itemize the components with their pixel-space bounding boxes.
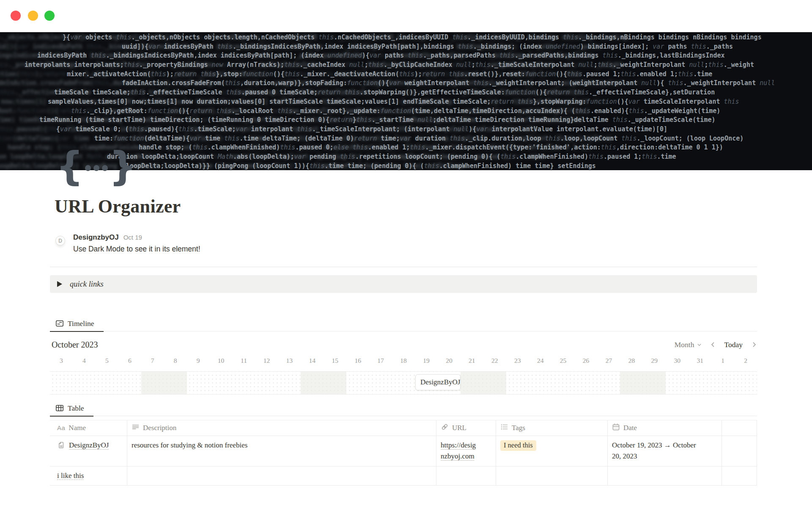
timeline-day-label: 5 <box>96 357 118 364</box>
table-cell-url[interactable] <box>436 467 496 485</box>
timeline-scale-select[interactable]: Month <box>675 340 702 349</box>
code-line: timeRunning (time startTime) timeDirecti… <box>0 116 812 125</box>
database-table: AaName Description URL Tags Date Designz… <box>50 420 757 486</box>
url-link[interactable]: https://designzbyoj.com <box>441 440 478 462</box>
table-column-header-extra <box>722 420 757 436</box>
table-cell-date[interactable] <box>608 467 722 485</box>
timeline-day-label: 27 <box>598 357 620 364</box>
page-icon <box>57 440 65 453</box>
timeline-day-label: 20 <box>438 357 461 364</box>
timeline-weekend-band <box>141 372 187 394</box>
timeline-day-label: 15 <box>324 357 346 364</box>
tab-table[interactable]: Table <box>50 400 93 417</box>
timeline-weekend-band <box>301 372 346 394</box>
table-cell-description[interactable]: resources for studying & notion freebies <box>127 436 436 466</box>
timeline-scale-label: Month <box>675 340 694 349</box>
code-line: timeScale timeScale;this._effectiveTimeS… <box>0 88 812 97</box>
timeline-day-label: 1 <box>711 357 734 364</box>
timeline-day-label: 23 <box>506 357 529 364</box>
timeline-weekend-band <box>461 372 506 394</box>
table-view-icon <box>55 404 64 412</box>
timeline-day-label: 11 <box>233 357 255 364</box>
timeline-day-label: 22 <box>483 357 506 364</box>
timeline-today-button[interactable]: Today <box>724 340 743 349</box>
table-cell-name[interactable]: DesignzByOJ <box>50 436 127 466</box>
timeline-day-label: 31 <box>689 357 711 364</box>
timeline-day-label: 14 <box>301 357 324 364</box>
type-icon: Aa <box>57 424 65 432</box>
table-cell-name[interactable]: i like this <box>50 467 127 485</box>
timeline-day-label: 26 <box>575 357 598 364</box>
timeline-item-label: DesignzByOJ <box>420 378 460 387</box>
chevron-right-icon <box>751 341 757 348</box>
table-column-header-date[interactable]: Date <box>608 420 722 436</box>
table-cell-description[interactable] <box>127 467 436 485</box>
timeline-day-label: 6 <box>118 357 141 364</box>
right-brace-glyph: } <box>109 150 137 184</box>
timeline-day-label: 2 <box>734 357 757 364</box>
timeline-view-icon <box>55 319 64 328</box>
text-icon <box>132 423 140 433</box>
code-line: this._clip},getRoot:function(){return th… <box>0 107 812 116</box>
table-cell-tags[interactable]: I need this <box>496 436 608 466</box>
timeline-month-title: October 2023 <box>52 340 98 350</box>
table-cell-url[interactable]: https://designzbyoj.com <box>436 436 496 466</box>
timeline-day-label: 17 <box>369 357 392 364</box>
timeline-day-label: 19 <box>415 357 438 364</box>
code-line: time:function(deltaTime){var time this.t… <box>0 134 812 144</box>
column-label: Description <box>143 424 176 432</box>
ellipsis-dot <box>93 165 99 171</box>
table-column-header-name[interactable]: AaName <box>50 420 127 436</box>
left-brace-glyph: { <box>56 150 84 184</box>
timeline-day-label: 7 <box>141 357 164 364</box>
timeline-day-label: 25 <box>552 357 575 364</box>
toggle-label: quick links <box>70 280 104 289</box>
timeline-day-label: 3 <box>50 357 73 364</box>
window-close-button[interactable] <box>11 11 21 21</box>
toggle-arrow-icon[interactable] <box>57 281 62 287</box>
quick-links-toggle[interactable]: quick links <box>50 275 757 293</box>
code-line: uuid]){var indicesByPath this._bindingsI… <box>0 42 812 52</box>
table-view-tabs: Table <box>50 400 757 416</box>
page-title[interactable]: URL Organizer <box>55 196 181 217</box>
timeline-body: DesignzByOJ <box>50 371 757 395</box>
page-link[interactable]: i like this <box>57 470 84 481</box>
comment-block[interactable]: D DesignzbyOJ Oct 19 Use Dark Mode to se… <box>55 233 200 254</box>
timeline-day-label: 18 <box>392 357 415 364</box>
column-label: URL <box>452 424 466 432</box>
window-zoom-button[interactable] <box>44 11 55 21</box>
comment-date: Oct 19 <box>123 234 142 241</box>
timeline-day-label: 16 <box>346 357 369 364</box>
timeline-item-card[interactable]: DesignzByOJ <box>415 374 461 390</box>
table-header-row: AaName Description URL Tags Date <box>50 420 757 436</box>
tab-timeline-label: Timeline <box>68 319 94 328</box>
page-icon[interactable]: { } <box>56 149 137 185</box>
timeline-day-label: 24 <box>529 357 552 364</box>
table-column-header-tags[interactable]: Tags <box>496 420 608 436</box>
page-link[interactable]: DesignzByOJ <box>69 440 109 451</box>
divider <box>50 267 757 267</box>
table-row: DesignzByOJresources for studying & noti… <box>50 436 757 467</box>
timeline-prev-button[interactable] <box>710 341 716 348</box>
timeline-day-label: 8 <box>164 357 187 364</box>
table-cell-tags[interactable] <box>496 467 608 485</box>
table-cell-date[interactable]: October 19, 2023 → October 20, 2023 <box>608 436 722 466</box>
column-label: Name <box>69 424 86 432</box>
code-line: }{var objects this._objects,nObjects obj… <box>0 33 812 42</box>
table-column-header-url[interactable]: URL <box>436 420 496 436</box>
timeline-day-label: 29 <box>643 357 666 364</box>
code-line: indicesByPath this._bindingsIndicesByPat… <box>0 51 812 61</box>
timeline-day-label: 9 <box>187 357 210 364</box>
table-column-header-description[interactable]: Description <box>127 420 436 436</box>
timeline-day-label: 28 <box>620 357 643 364</box>
window-minimize-button[interactable] <box>28 11 38 21</box>
tab-timeline[interactable]: Timeline <box>50 316 104 332</box>
table-cell-extra <box>722 436 757 466</box>
timeline-day-label: 21 <box>461 357 483 364</box>
column-label: Tags <box>512 424 525 432</box>
timeline-day-label: 10 <box>210 357 233 364</box>
comment-text[interactable]: Use Dark Mode to see it in its element! <box>73 245 200 254</box>
timeline-weekend-band <box>620 372 666 394</box>
table-cell-extra <box>722 467 757 485</box>
timeline-next-button[interactable] <box>751 341 757 348</box>
